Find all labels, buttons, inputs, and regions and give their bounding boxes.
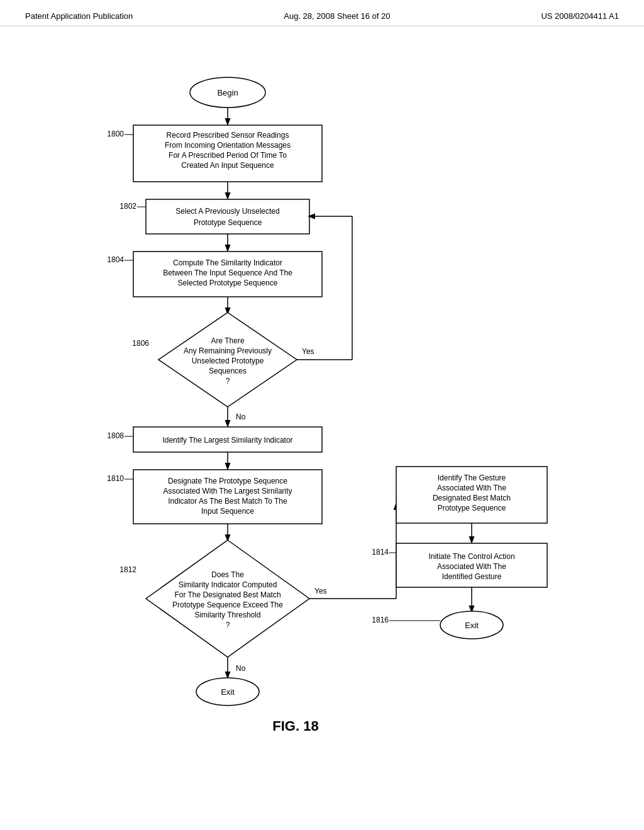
svg-text:Prototype Sequence: Prototype Sequence	[194, 218, 262, 227]
svg-text:Unselected Prototype: Unselected Prototype	[192, 357, 264, 365]
node-1806-text: Are There	[211, 336, 244, 345]
svg-text:?: ?	[226, 377, 230, 385]
node-1814-text: Initiate The Control Action	[428, 552, 514, 561]
node-1802-text: Select A Previously Unselected	[175, 207, 279, 216]
svg-text:Any Remaining Previously: Any Remaining Previously	[184, 346, 272, 355]
svg-text:Associated With The: Associated With The	[437, 562, 506, 571]
begin-label: Begin	[217, 88, 238, 97]
svg-text:Similarity Threshold: Similarity Threshold	[194, 611, 260, 619]
svg-text:For A Prescribed Period Of Tim: For A Prescribed Period Of Time To	[169, 151, 287, 160]
svg-text:Created An Input Sequence: Created An Input Sequence	[181, 161, 274, 170]
label-1806: 1806	[132, 339, 149, 348]
label-1800: 1800	[107, 130, 124, 138]
svg-text:For The Designated Best Match: For The Designated Best Match	[174, 590, 280, 599]
yes-label-1806: Yes	[302, 347, 314, 356]
no-label-1812: No	[236, 664, 246, 673]
svg-text:Identified Gesture: Identified Gesture	[442, 572, 502, 581]
exit-label-bottom: Exit	[221, 687, 235, 697]
label-1804: 1804	[107, 255, 124, 264]
diagram-area: Begin Record Prescribed Sensor Readings …	[0, 26, 644, 806]
yes-label-1812: Yes	[314, 587, 327, 595]
label-1816: 1816	[372, 616, 389, 624]
svg-text:Sequences: Sequences	[209, 367, 247, 375]
svg-text:Between The Input Sequence And: Between The Input Sequence And The	[163, 268, 292, 277]
no-label-1806: No	[236, 412, 246, 421]
node-1812-text: Does The	[211, 570, 244, 579]
label-1808: 1808	[107, 431, 124, 440]
header-middle: Aug. 28, 2008 Sheet 16 of 20	[284, 11, 390, 21]
header-right: US 2008/0204411 A1	[541, 11, 619, 21]
svg-text:Designated Best Match: Designated Best Match	[433, 494, 511, 502]
svg-text:Associated With The Largest Si: Associated With The Largest Similarity	[163, 487, 292, 495]
flowchart-svg: Begin Record Prescribed Sensor Readings …	[0, 26, 644, 806]
svg-text:Similarity Indicator Computed: Similarity Indicator Computed	[179, 580, 277, 589]
label-1812: 1812	[119, 565, 136, 574]
page-header: Patent Application Publication Aug. 28, …	[0, 0, 644, 26]
svg-text:?: ?	[226, 621, 230, 629]
svg-text:Prototype Sequence Exceed The: Prototype Sequence Exceed The	[172, 600, 283, 609]
node-1808-text: Identify The Largest Similarity Indicato…	[162, 436, 292, 445]
node-1810-text: Designate The Prototype Sequence	[168, 477, 287, 485]
svg-text:Indicator As The Best Match To: Indicator As The Best Match To The	[168, 497, 287, 506]
svg-text:Prototype Sequence: Prototype Sequence	[438, 504, 506, 512]
header-left: Patent Application Publication	[25, 11, 133, 21]
gesture-text: Identify The Gesture	[438, 473, 506, 482]
svg-text:Selected Prototype Sequence: Selected Prototype Sequence	[178, 279, 278, 287]
svg-text:Associated With The: Associated With The	[437, 484, 506, 492]
svg-text:From Incoming Orientation Mess: From Incoming Orientation Messages	[165, 141, 291, 150]
label-1810: 1810	[107, 474, 124, 483]
svg-text:Input Sequence: Input Sequence	[201, 507, 254, 516]
exit-label-right: Exit	[465, 621, 479, 630]
fig-label: FIG. 18	[272, 718, 318, 734]
node-1804-text: Compute The Similarity Indicator	[173, 258, 282, 267]
label-1802: 1802	[119, 202, 136, 211]
node-1800-text: Record Prescribed Sensor Readings	[167, 131, 289, 140]
svg-rect-8	[146, 199, 309, 234]
label-1814: 1814	[372, 548, 389, 556]
